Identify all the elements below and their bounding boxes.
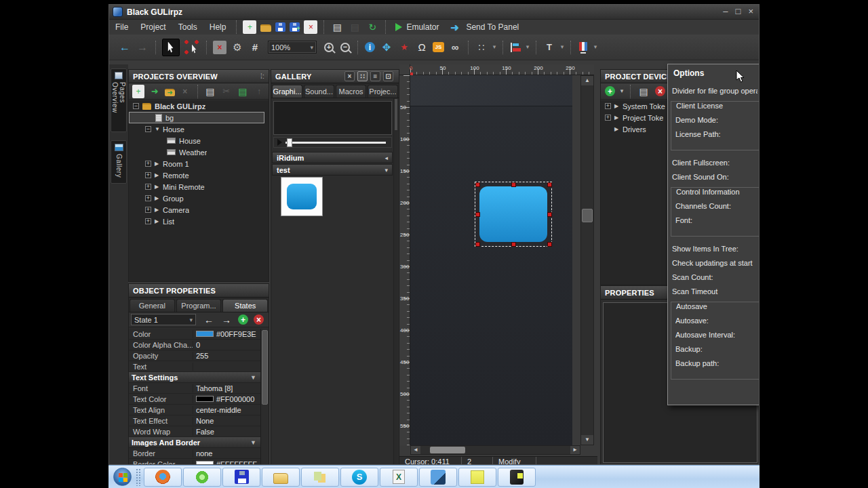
delete-object-icon[interactable]: × xyxy=(213,41,226,54)
scrollbar-thumb[interactable] xyxy=(262,330,268,405)
property-grid-scrollbar[interactable] xyxy=(260,329,269,465)
expander-plus-icon[interactable]: + xyxy=(145,218,151,224)
property-row-opacity[interactable]: Opacity255 xyxy=(129,350,260,361)
redo-icon[interactable]: → xyxy=(136,41,149,54)
slider-arrow-icon[interactable] xyxy=(277,139,282,146)
start-button[interactable] xyxy=(113,468,132,486)
new-page-icon[interactable]: + xyxy=(132,85,144,98)
property-value[interactable]: center-middle xyxy=(193,406,260,414)
selection-handle[interactable] xyxy=(547,182,552,187)
property-row-text[interactable]: Text xyxy=(129,361,260,372)
selection-handle[interactable] xyxy=(547,212,552,217)
taskbar-item-excel[interactable]: X xyxy=(380,468,418,487)
state-colors-dropdown[interactable]: ▾ xyxy=(592,41,599,54)
option-divider-for-file-group-operatio[interactable]: Divider for file group operatio xyxy=(672,87,757,95)
gallery-item-thumbnail[interactable] xyxy=(281,177,323,216)
property-row-text-effect[interactable]: Text EffectNone xyxy=(129,415,260,426)
js-icon[interactable]: JS xyxy=(433,42,444,52)
new-project-icon[interactable]: + xyxy=(243,20,256,34)
tab-sound[interactable]: Sound... xyxy=(304,85,334,98)
transform-icon[interactable]: ✥ xyxy=(380,41,393,54)
text-tools-dropdown[interactable]: ▾ xyxy=(559,41,566,54)
property-value[interactable]: None xyxy=(193,417,260,425)
expander-plus-icon[interactable]: + xyxy=(605,103,611,109)
close-button[interactable]: × xyxy=(748,6,753,16)
scrollbar-thumb[interactable] xyxy=(582,209,593,222)
tree-item-mini-remote[interactable]: +▶Mini Remote xyxy=(129,181,269,192)
import-page-icon[interactable]: ➜ xyxy=(149,85,161,98)
option-show-items-in-tree[interactable]: Show Items In Tree: xyxy=(672,245,757,253)
gallery-close-icon[interactable]: × xyxy=(344,71,355,81)
scrollbar-thumb[interactable] xyxy=(430,447,465,453)
option-channels-count[interactable]: Channels Count: xyxy=(675,202,755,210)
property-row-border[interactable]: Bordernone xyxy=(129,448,260,459)
selection-handle[interactable] xyxy=(547,242,552,247)
property-value[interactable]: 255 xyxy=(193,352,260,360)
panel-menu-icon[interactable]: ⁞: xyxy=(260,73,264,80)
property-row-border-color[interactable]: Border Color#FFFFFFFF xyxy=(129,459,260,465)
option-demo-mode[interactable]: Demo Mode: xyxy=(675,116,755,124)
tree-item-bg[interactable]: bg xyxy=(129,112,264,123)
canvas-vertical-scrollbar[interactable]: ▲ ▼ xyxy=(580,75,594,445)
paste-icon[interactable]: ▤ xyxy=(348,20,361,34)
option-autosave[interactable]: Autosave: xyxy=(675,317,755,325)
tab-projec[interactable]: Projec... xyxy=(368,85,398,98)
property-row-text-align[interactable]: Text Aligncenter-middle xyxy=(129,405,260,415)
taskbar-item-camera[interactable] xyxy=(498,468,536,487)
add-driver-icon[interactable]: + xyxy=(605,86,615,96)
save-icon[interactable] xyxy=(275,22,285,32)
gallery-scrollbar[interactable] xyxy=(393,98,398,464)
gallery-expand-icon[interactable]: ⊡ xyxy=(383,71,393,81)
tree-item-remote[interactable]: +▶Remote xyxy=(129,169,269,181)
delete-page-icon[interactable]: × xyxy=(179,85,191,98)
option-license-path[interactable]: License Path: xyxy=(675,130,755,138)
update-project-icon[interactable]: ↻ xyxy=(366,20,379,34)
open-gallery-folder-icon[interactable]: ➜ xyxy=(165,89,174,96)
taskbar-item-firefox[interactable] xyxy=(144,468,182,487)
property-row-color-alpha-cha[interactable]: Color Alpha Cha...0 xyxy=(129,340,260,350)
color-swatch[interactable] xyxy=(196,396,214,402)
slider-track[interactable] xyxy=(285,142,386,144)
property-value[interactable]: none xyxy=(193,449,260,458)
option-font[interactable]: Font: xyxy=(675,216,755,224)
taskbar-item-skype[interactable]: S xyxy=(340,468,378,487)
expander-plus-icon[interactable]: + xyxy=(605,115,611,121)
canvas-horizontal-scrollbar[interactable]: ◄ ► xyxy=(410,445,580,455)
taskbar-item-tools[interactable] xyxy=(419,468,457,487)
selection-handle[interactable] xyxy=(511,242,516,247)
scroll-down-icon[interactable]: ▼ xyxy=(581,435,593,445)
tab-states[interactable]: States xyxy=(222,299,268,312)
title-bar[interactable]: Black GULirpz – □ × xyxy=(109,5,759,20)
delete-driver-icon[interactable]: × xyxy=(655,86,665,96)
next-state-icon[interactable]: → xyxy=(220,313,233,327)
property-value[interactable]: 0 xyxy=(193,341,260,349)
copy-icon[interactable]: ▤ xyxy=(330,20,344,34)
taskbar-item-explorer[interactable] xyxy=(262,468,300,487)
clone-driver-icon[interactable]: ▤ xyxy=(637,85,650,98)
align-tools-icon[interactable] xyxy=(509,42,521,53)
minimize-button[interactable]: – xyxy=(723,6,728,16)
menu-file[interactable]: File xyxy=(109,22,134,32)
expander-plus-icon[interactable]: + xyxy=(145,207,151,213)
property-value[interactable]: False xyxy=(193,428,260,436)
tab-general[interactable]: General xyxy=(130,299,175,312)
property-value[interactable]: #00FF9E3E xyxy=(193,330,260,338)
tree-item-group[interactable]: +▶Group xyxy=(129,192,269,204)
copy-page-icon[interactable]: ▤ xyxy=(204,85,216,98)
expander-plus-icon[interactable]: + xyxy=(145,195,151,201)
maximize-button[interactable]: □ xyxy=(736,6,741,16)
property-value[interactable]: #FFFFFFFF xyxy=(193,460,260,466)
expander-minus-icon[interactable]: − xyxy=(145,126,151,132)
add-state-icon[interactable]: + xyxy=(238,314,248,325)
menu-tools[interactable]: Tools xyxy=(172,22,203,32)
tree-item-list[interactable]: +▶List xyxy=(129,216,269,227)
taskbar-item-documents[interactable] xyxy=(301,468,339,487)
property-value[interactable]: #FF000000 xyxy=(193,395,260,403)
menu-help[interactable]: Help xyxy=(203,22,233,32)
selection-handle[interactable] xyxy=(475,212,480,217)
option-scan-timeout[interactable]: Scan Timeout xyxy=(672,287,757,296)
zoom-level-select[interactable]: 100% ▾ xyxy=(268,41,317,54)
option-client-sound-on[interactable]: Client Sound On: xyxy=(672,173,757,181)
state-select[interactable]: State 1 ▾ xyxy=(131,314,196,325)
property-row-text-color[interactable]: Text Color#FF000000 xyxy=(129,394,260,405)
